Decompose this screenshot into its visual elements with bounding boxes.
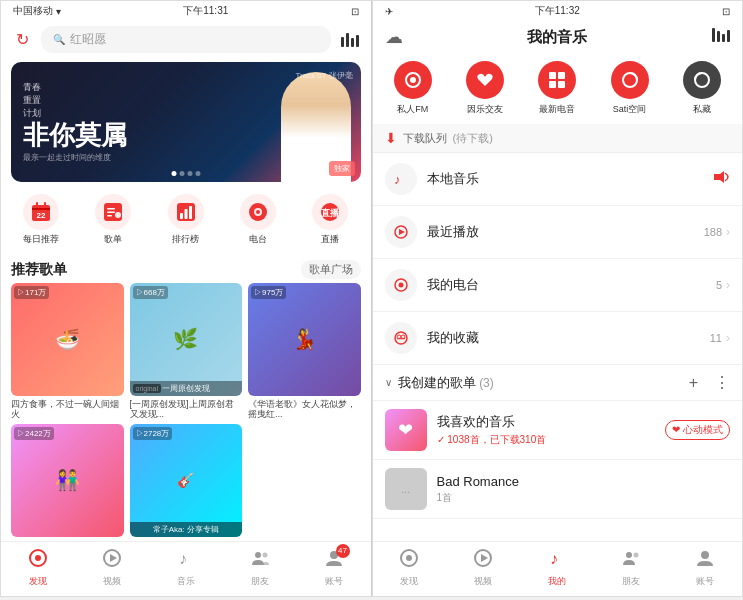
music-list: ♪ 本地音乐 最近播放 bbox=[373, 153, 743, 541]
svg-rect-16 bbox=[184, 209, 187, 219]
right-page-title: 我的音乐 bbox=[527, 28, 587, 47]
nav-music[interactable]: ♪ 音乐 bbox=[176, 548, 196, 588]
svg-point-53 bbox=[406, 555, 412, 561]
playlist-thumb-inner-3: 💃 bbox=[248, 283, 361, 396]
right-nav-mine[interactable]: ♪ 我的 bbox=[547, 548, 567, 588]
banner-track: Track 07 张伊毫 bbox=[295, 70, 352, 81]
playlist-item-5[interactable]: 🎸 ▷2728万 常子Aka: 分享专辑 bbox=[130, 424, 243, 537]
wifi-icon: ▾ bbox=[56, 6, 61, 17]
svg-point-59 bbox=[701, 551, 709, 559]
cat-private-collection[interactable]: 私藏 bbox=[666, 61, 738, 116]
download-queue[interactable]: ⬇ 下载队列 (待下载) bbox=[373, 124, 743, 153]
cat-music-friends-label: 因乐交友 bbox=[467, 103, 503, 116]
right-nav-friends[interactable]: 朋友 bbox=[621, 548, 641, 588]
playlist-thumb-3: 💃 ▷975万 bbox=[248, 283, 361, 396]
playlist-item-4[interactable]: 👫 ▷2422万 bbox=[11, 424, 124, 537]
play-count-3: ▷975万 bbox=[251, 286, 286, 299]
svg-rect-15 bbox=[180, 213, 183, 219]
cat-private-fm-icon bbox=[394, 61, 432, 99]
right-nav-video-label: 视频 bbox=[474, 575, 492, 588]
nav-video-label: 视频 bbox=[103, 575, 121, 588]
svg-rect-32 bbox=[717, 31, 720, 42]
svg-rect-7 bbox=[44, 202, 46, 208]
recent-count: 188 bbox=[704, 226, 722, 238]
cat-music-friends[interactable]: 因乐交友 bbox=[449, 61, 521, 116]
svg-text:♪: ♪ bbox=[179, 550, 187, 567]
recommended-more[interactable]: 歌单广场 bbox=[301, 260, 361, 279]
right-nav-mine-label: 我的 bbox=[548, 575, 566, 588]
section-chevron-down[interactable]: ∨ bbox=[385, 377, 392, 388]
nav-discover[interactable]: 发现 bbox=[28, 548, 48, 588]
search-input[interactable]: 🔍 红昭愿 bbox=[41, 26, 331, 53]
playlist-row-bad-romance[interactable]: ... Bad Romance 1首 bbox=[373, 460, 743, 519]
svg-point-48 bbox=[398, 283, 403, 288]
quick-action-radio[interactable]: 电台 bbox=[240, 194, 276, 246]
right-status-left: ✈ bbox=[385, 6, 393, 17]
music-item-favorites[interactable]: 我的收藏 11 › bbox=[373, 312, 743, 365]
recent-chevron: › bbox=[726, 225, 730, 239]
right-battery-icon: ⊡ bbox=[722, 6, 730, 17]
svg-rect-12 bbox=[107, 215, 112, 217]
heart-mode-button[interactable]: ❤ 心动模式 bbox=[665, 420, 730, 440]
bad-romance-info: Bad Romance 1首 bbox=[437, 474, 731, 505]
playlist-thumb-2: 🌿 ▷668万 original 一周原创发现 bbox=[130, 283, 243, 396]
svg-rect-11 bbox=[107, 212, 115, 214]
music-item-radio[interactable]: 我的电台 5 › bbox=[373, 259, 743, 312]
svg-point-13 bbox=[115, 212, 121, 218]
right-nav-video[interactable]: 视频 bbox=[473, 548, 493, 588]
svg-rect-0 bbox=[341, 37, 344, 47]
my-favorites-icon bbox=[385, 322, 417, 354]
carrier-label: 中国移动 bbox=[13, 4, 53, 18]
footer-labels: 有网 无网 bbox=[0, 597, 743, 600]
svg-rect-39 bbox=[549, 81, 556, 88]
playlist-grid-row2: 👫 ▷2422万 🎸 ▷2728万 常子Aka: 分享专辑 bbox=[1, 420, 371, 541]
equalizer-icon[interactable] bbox=[339, 29, 361, 51]
banner-exclusive-tag: 独家 bbox=[329, 161, 355, 176]
cat-private-collection-label: 私藏 bbox=[693, 103, 711, 116]
nav-friends[interactable]: 朋友 bbox=[250, 548, 270, 588]
cat-new-electronic-label: 最新电音 bbox=[539, 103, 575, 116]
favorites-playlist-info: 我喜欢的音乐 ✓ 1038首，已下载310首 bbox=[437, 413, 656, 447]
my-radio-icon bbox=[385, 269, 417, 301]
svg-rect-5 bbox=[32, 208, 50, 210]
playlist-thumb-1: 🍜 ▷171万 bbox=[11, 283, 124, 396]
cat-new-electronic[interactable]: 最新电音 bbox=[521, 61, 593, 116]
quick-action-playlist[interactable]: 歌单 bbox=[95, 194, 131, 246]
download-queue-status: (待下载) bbox=[453, 131, 493, 146]
quick-action-live[interactable]: 直播 直播 bbox=[312, 194, 348, 246]
svg-marker-46 bbox=[399, 229, 405, 235]
nav-account[interactable]: 47 账号 bbox=[324, 548, 344, 588]
right-nav-discover[interactable]: 发现 bbox=[399, 548, 419, 588]
music-item-recent[interactable]: 最近播放 188 › bbox=[373, 206, 743, 259]
live-icon: 直播 bbox=[312, 194, 348, 230]
add-playlist-button[interactable]: + bbox=[689, 374, 698, 392]
right-bars-icon[interactable] bbox=[712, 28, 730, 46]
banner-title: 非你莫属 bbox=[23, 122, 259, 148]
playlist-item-1[interactable]: 🍜 ▷171万 四方食事，不过一碗人间烟火 bbox=[11, 283, 124, 420]
quick-action-daily[interactable]: 22 每日推荐 bbox=[23, 194, 59, 246]
recent-play-right: 188 › bbox=[704, 225, 730, 239]
playlist-item-2[interactable]: 🌿 ▷668万 original 一周原创发现 [一周原创发现]上周原创君又发现… bbox=[130, 283, 243, 420]
svg-text:♪: ♪ bbox=[394, 172, 401, 187]
svg-point-28 bbox=[255, 552, 261, 558]
cat-private-fm[interactable]: 私人FM bbox=[377, 61, 449, 116]
refresh-icon[interactable]: ↻ bbox=[11, 29, 33, 51]
svg-marker-26 bbox=[110, 554, 117, 562]
right-nav-account[interactable]: 账号 bbox=[695, 548, 715, 588]
favorites-chevron: › bbox=[726, 331, 730, 345]
nav-video[interactable]: 视频 bbox=[102, 548, 122, 588]
recent-play-title: 最近播放 bbox=[427, 223, 694, 241]
svg-rect-31 bbox=[712, 28, 715, 42]
banner[interactable]: 青春重置计划 非你莫属 最亲一起走过时间的维度 Track 07 张伊毫 独家 bbox=[11, 62, 361, 182]
playlist-row-favorites[interactable]: ❤ 我喜欢的音乐 ✓ 1038首，已下载310首 ❤ 心动模式 bbox=[373, 401, 743, 460]
music-item-local[interactable]: ♪ 本地音乐 bbox=[373, 153, 743, 206]
nav-account-label: 账号 bbox=[325, 575, 343, 588]
svg-rect-34 bbox=[727, 30, 730, 42]
playlist-more-button[interactable]: ⋮ bbox=[714, 373, 730, 392]
nav-music-label: 音乐 bbox=[177, 575, 195, 588]
cat-sati-space[interactable]: Sati空间 bbox=[593, 61, 665, 116]
playlist-item-3[interactable]: 💃 ▷975万 《华语老歌》女人花似梦，摇曳红... bbox=[248, 283, 361, 420]
quick-action-chart[interactable]: 排行榜 bbox=[168, 194, 204, 246]
cloud-icon[interactable]: ☁ bbox=[385, 26, 403, 48]
search-icon: 🔍 bbox=[53, 34, 65, 45]
